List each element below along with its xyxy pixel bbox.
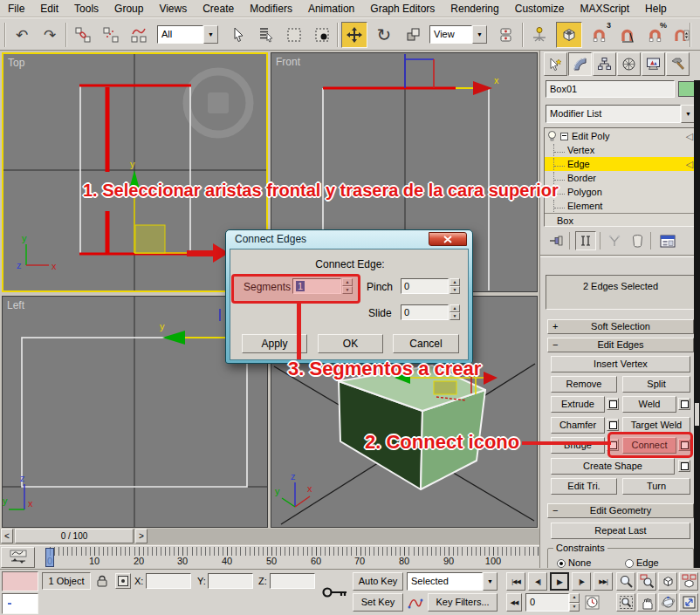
angle-snap-icon[interactable] [614, 22, 640, 48]
arc-rotate-icon[interactable] [658, 593, 677, 612]
select-and-rotate-icon[interactable]: ↻ [371, 22, 397, 48]
extrude-button[interactable]: Extrude [551, 396, 605, 413]
tab-motion[interactable] [617, 52, 641, 76]
split-button[interactable]: Split [622, 376, 690, 393]
constraint-edge-radio[interactable]: Edge [625, 557, 659, 568]
modifier-list-dropdown[interactable]: Modifier List ▼ [546, 105, 696, 123]
snaps-toggle-icon[interactable] [556, 22, 582, 48]
rollout-soft-selection[interactable]: + Soft Selection [547, 319, 694, 334]
viewport-top-label[interactable]: Top [8, 57, 24, 69]
zoom-icon[interactable] [616, 572, 635, 591]
select-by-name-icon[interactable] [253, 22, 279, 48]
goto-end-icon[interactable]: ▶▶| [594, 572, 613, 591]
chamfer-button[interactable]: Chamfer [551, 417, 605, 434]
mini-curve-editor-button[interactable] [1, 547, 35, 568]
turn-button[interactable]: Turn [622, 478, 690, 495]
pinch-value[interactable]: 0 [401, 278, 449, 294]
object-color-swatch[interactable] [678, 81, 695, 97]
new-key-curve-icon[interactable] [407, 593, 424, 612]
menu-rendering[interactable]: Rendering [443, 0, 506, 17]
pan-hand-icon[interactable] [637, 593, 656, 612]
stack-item-edge-selected[interactable]: Edge ◁ [545, 157, 697, 171]
absolute-offset-mode-icon[interactable] [115, 573, 131, 589]
extrude-settings-icon[interactable] [607, 398, 619, 410]
menu-tools[interactable]: Tools [66, 0, 106, 17]
current-frame-field[interactable]: 0 [525, 593, 569, 612]
slide-spinner[interactable]: ▲ ▼ [450, 304, 460, 320]
select-object-icon[interactable] [225, 22, 251, 48]
coordinate-system-dropdown[interactable]: View ▼ [429, 25, 487, 44]
insert-vertex-button[interactable]: Insert Vertex [551, 356, 690, 372]
key-filters-button[interactable]: Key Filters... [428, 593, 498, 612]
time-slider-handle[interactable]: 0 / 100 [15, 529, 134, 543]
set-key-button[interactable]: Set Key [353, 593, 403, 612]
stack-item-element[interactable]: Element [545, 199, 697, 213]
window-crossing-icon[interactable] [309, 22, 335, 48]
track-bar-ruler[interactable]: 0 10 20 30 40 50 60 70 80 90 100 [37, 546, 539, 569]
remove-modifier-icon[interactable] [628, 232, 647, 249]
stack-item-border[interactable]: Border [545, 171, 697, 185]
tab-display[interactable] [642, 52, 665, 76]
time-slider-prev-button[interactable]: < [1, 529, 13, 543]
menu-edit[interactable]: Edit [32, 0, 66, 17]
rectangular-selection-icon[interactable] [281, 22, 307, 48]
selection-set-dropdown[interactable]: Selected ▼ [407, 572, 498, 591]
spinner-up-icon[interactable]: ▲ [450, 278, 460, 286]
collapse-icon[interactable]: − [552, 338, 558, 352]
menu-animation[interactable]: Animation [300, 0, 362, 17]
select-and-manipulate-icon[interactable] [526, 22, 552, 48]
show-end-result-icon[interactable] [575, 231, 596, 250]
create-key-icon[interactable] [319, 572, 351, 612]
stack-item-polygon[interactable]: Polygon [545, 185, 697, 199]
select-and-scale-icon[interactable] [400, 22, 426, 48]
selection-filter-dropdown[interactable]: All ▼ [157, 25, 218, 44]
zoom-extents-icon[interactable] [658, 572, 677, 591]
unlink-selection-icon[interactable] [98, 22, 124, 48]
y-coord-field[interactable] [208, 573, 253, 589]
spinner-down-icon[interactable]: ▼ [450, 312, 460, 320]
current-frame-marker[interactable] [45, 548, 54, 567]
chamfer-settings-icon[interactable] [607, 419, 619, 431]
expand-icon[interactable]: + [552, 320, 558, 333]
previous-frame-icon[interactable]: ◀|| [528, 572, 547, 591]
scrollbar-thumb[interactable] [695, 403, 699, 426]
track-bar[interactable]: 0 10 20 30 40 50 60 70 80 90 100 [0, 545, 539, 569]
bind-to-spacewarp-icon[interactable] [126, 22, 152, 48]
modifier-active-icon[interactable]: ◁ [686, 131, 693, 142]
maxscript-mini-listener-pink[interactable] [2, 571, 38, 591]
modifier-active-icon[interactable]: ◁ [686, 159, 693, 170]
chevron-down-icon[interactable]: ▼ [483, 572, 498, 591]
spinner-down-icon[interactable]: ▼ [450, 286, 460, 294]
tab-create[interactable] [544, 52, 567, 76]
goto-start-icon[interactable]: |◀◀ [506, 572, 525, 591]
ok-button[interactable]: OK [318, 334, 383, 353]
key-mode-toggle-icon[interactable]: ◀◀ [506, 593, 522, 612]
viewport-front-label[interactable]: Front [276, 56, 300, 68]
spinner-up-icon[interactable]: ▲ [450, 304, 460, 312]
use-pivot-center-icon[interactable] [493, 22, 519, 48]
auto-key-button[interactable]: Auto Key [353, 572, 403, 591]
slide-value[interactable]: 0 [401, 304, 449, 320]
play-icon[interactable]: ▶ [550, 572, 569, 591]
menu-create[interactable]: Create [195, 0, 242, 17]
stack-item-box[interactable]: Box [545, 213, 697, 227]
collapse-icon[interactable] [560, 133, 568, 140]
remove-button[interactable]: Remove [551, 376, 617, 393]
edit-tri-button[interactable]: Edit Tri. [551, 478, 617, 495]
stack-item-edit-poly[interactable]: Edit Poly ◁ [545, 129, 697, 143]
time-slider-next-button[interactable]: > [135, 529, 148, 543]
spinner-up-icon[interactable]: ▲ [569, 593, 580, 603]
configure-modifier-sets-icon[interactable] [657, 232, 678, 249]
select-and-move-icon[interactable] [341, 22, 367, 48]
cancel-button[interactable]: Cancel [393, 334, 459, 353]
radio-icon[interactable] [625, 559, 634, 568]
menu-views[interactable]: Views [151, 0, 195, 17]
z-coord-field[interactable] [270, 573, 315, 589]
create-shape-settings-icon[interactable] [678, 460, 690, 472]
x-coord-field[interactable] [146, 573, 191, 589]
undo-icon[interactable]: ↶ [9, 22, 35, 48]
menu-file[interactable]: File [0, 0, 32, 17]
percent-snap-icon[interactable]: % [642, 22, 668, 48]
lightbulb-icon[interactable] [546, 130, 558, 142]
chevron-down-icon[interactable]: ▼ [472, 25, 487, 44]
